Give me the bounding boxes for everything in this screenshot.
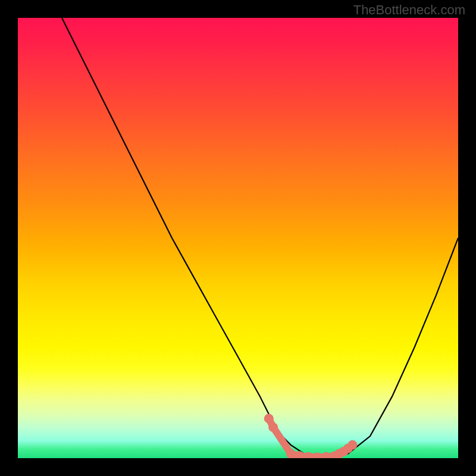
watermark-text: TheBottleneck.com: [353, 2, 465, 18]
svg-point-5: [312, 453, 322, 459]
svg-point-11: [347, 440, 357, 450]
svg-point-1: [268, 422, 278, 432]
plot-area: [18, 18, 458, 458]
svg-point-2: [286, 449, 296, 458]
chart-svg: [18, 18, 458, 458]
data-markers: [264, 414, 358, 458]
svg-point-0: [264, 414, 274, 423]
curve-line: [62, 18, 458, 458]
